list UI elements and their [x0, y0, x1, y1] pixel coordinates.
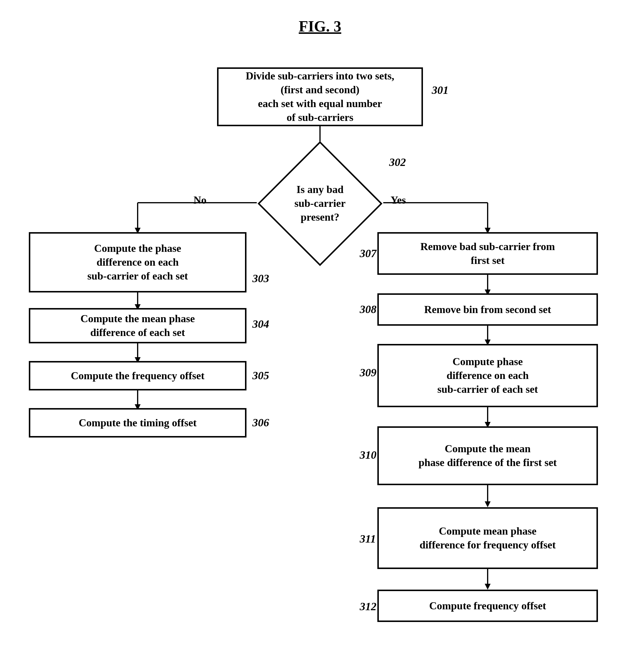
ref-302: 302 [389, 156, 406, 169]
box-305: Compute the frequency offset [29, 361, 246, 390]
ref-312: 312 [360, 600, 377, 613]
box-309-label: Compute phasedifference on eachsub-carri… [437, 355, 538, 396]
box-308-label: Remove bin from second set [424, 303, 551, 317]
box-310-label: Compute the meanphase difference of the … [419, 442, 557, 470]
svg-marker-21 [485, 501, 491, 507]
ref-301: 301 [432, 84, 449, 97]
box-303-label: Compute the phasedifference on eachsub-c… [87, 242, 188, 283]
yes-label: Yes [391, 194, 406, 206]
ref-305: 305 [252, 369, 269, 382]
ref-310: 310 [360, 448, 377, 461]
ref-303: 303 [252, 272, 269, 285]
diamond-302-label: Is any badsub-carrierpresent? [294, 183, 346, 224]
box-301: Divide sub-carriers into two sets,(first… [217, 67, 423, 126]
box-304-label: Compute the mean phasedifference of each… [80, 312, 195, 340]
ref-309: 309 [360, 366, 377, 379]
box-301-label: Divide sub-carriers into two sets,(first… [246, 69, 394, 124]
ref-307: 307 [360, 247, 377, 260]
box-305-label: Compute the frequency offset [71, 369, 204, 383]
box-307: Remove bad sub-carrier fromfirst set [377, 232, 598, 275]
ref-311: 311 [360, 532, 376, 545]
page: FIG. 3 [0, 0, 640, 672]
box-311: Compute mean phasedifference for frequen… [377, 507, 598, 569]
box-309: Compute phasedifference on eachsub-carri… [377, 344, 598, 407]
box-306-label: Compute the timing offset [79, 416, 197, 430]
flowchart: Divide sub-carriers into two sets,(first… [11, 50, 629, 672]
box-307-label: Remove bad sub-carrier fromfirst set [420, 240, 555, 268]
svg-marker-23 [485, 584, 491, 590]
box-312: Compute frequency offset [377, 590, 598, 622]
box-304: Compute the mean phasedifference of each… [29, 308, 246, 343]
box-308: Remove bin from second set [377, 293, 598, 326]
figure-title: FIG. 3 [0, 0, 640, 35]
box-312-label: Compute frequency offset [429, 599, 546, 613]
diamond-302: Is any badsub-carrierpresent? [257, 156, 383, 251]
ref-308: 308 [360, 303, 377, 316]
no-label: No [193, 194, 206, 206]
box-303: Compute the phasedifference on eachsub-c… [29, 232, 246, 292]
box-306: Compute the timing offset [29, 408, 246, 438]
ref-306: 306 [252, 416, 269, 429]
box-310: Compute the meanphase difference of the … [377, 426, 598, 485]
box-311-label: Compute mean phasedifference for frequen… [420, 524, 556, 552]
ref-304: 304 [252, 317, 269, 330]
